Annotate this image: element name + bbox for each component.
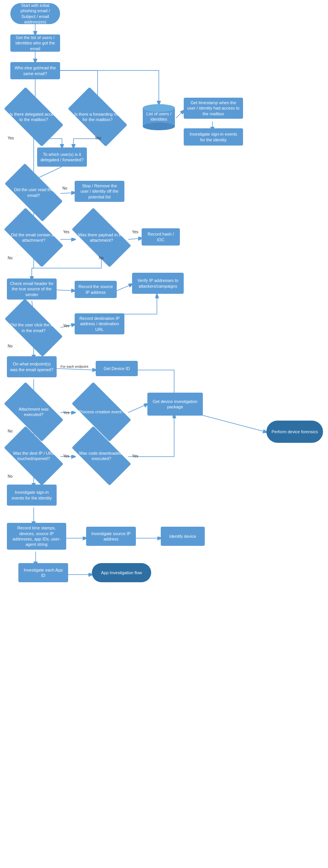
yes-label-code: Yes: [132, 454, 138, 458]
endpoint-opened-node: On what endpoint(s) was the email opened…: [7, 356, 57, 377]
check-email-header-node: Check email header for the true source o…: [7, 278, 57, 300]
svg-line-19: [128, 404, 147, 413]
forwarding-rule-diamond: Is there a forwarding rule for the mailb…: [71, 102, 124, 132]
who-else-node: Who else got/read the same email?: [10, 62, 60, 79]
no-label-executed: No: [8, 429, 13, 433]
investigate-source-ip-node: Investigate source IP address: [86, 527, 136, 546]
delegated-access-diamond: Is there delegated access to the mailbox…: [7, 102, 60, 132]
svg-line-12: [117, 284, 132, 291]
record-source-ip-node: Record the source IP address: [75, 281, 117, 298]
get-timestamp-node: Get timestamp when the user / identity h…: [184, 98, 243, 119]
svg-point-32: [143, 104, 175, 112]
no-label-attachment: No: [8, 256, 13, 260]
svg-line-11: [57, 290, 75, 291]
identify-device-node: Identify device: [161, 527, 205, 546]
yes-label-delegated: Yes: [8, 136, 14, 140]
process-creation-diamond: Process creation event?: [75, 396, 128, 427]
yes-label-click: Yes: [63, 324, 69, 328]
for-each-endpoint-label: For each endpoint: [60, 365, 88, 368]
no-label-dest-ip: No: [8, 474, 13, 478]
attachment-diamond: Did the email contain an attachment?: [7, 222, 60, 253]
user-read-diamond: Did the user read the email?: [7, 178, 60, 207]
dest-ip-touched-diamond: Was the dest IP / URL touched/opened?: [7, 441, 60, 471]
attachment-executed-diamond: Attachment was executed?: [7, 396, 60, 427]
verify-ip-node: Verify IP addresses to attackers/campaig…: [132, 273, 184, 294]
get-device-package-node: Get device investigation package: [147, 393, 203, 416]
yes-label-executed: Yes: [63, 411, 69, 415]
investigate-app-id-node: Investigate each App ID: [18, 563, 68, 582]
svg-line-16: [57, 368, 96, 370]
no-label-read: No: [62, 186, 67, 190]
payload-diamond: Was there payload in the attachment?: [75, 222, 128, 253]
record-timestamps-node: Record time stamps, devices, source IP a…: [7, 523, 66, 550]
code-downloaded-diamond: Was code downloaded / executed?: [75, 441, 128, 471]
svg-line-10: [128, 238, 142, 239]
get-device-id-node: Get Device ID: [96, 361, 138, 376]
to-which-users-node: To which user(s) is it delegated / forwa…: [37, 147, 87, 167]
no-label-click: No: [8, 344, 13, 348]
investigate-signin-node-2: Investigate sign-in events for the ident…: [7, 485, 57, 506]
yes-label-payload: Yes: [132, 230, 138, 234]
stop-remove-node: Stop / Remove the user / identity off th…: [75, 181, 124, 202]
svg-point-31: [143, 123, 175, 130]
flowchart-diagram: Start with initial phishing email / Subj…: [0, 0, 328, 868]
svg-line-7: [60, 193, 75, 193]
investigate-signin-node-1: Investigate sign-in events for the ident…: [184, 128, 243, 146]
users-identities-cylinder: List of users / identities: [142, 103, 176, 131]
get-user-list-node: Get the list of users / identities who g…: [10, 34, 60, 52]
yes-label-dest-ip: Yes: [63, 454, 69, 458]
svg-line-20: [201, 415, 266, 432]
svg-line-3: [176, 111, 184, 118]
perform-forensics-node: Perform device forensics: [266, 421, 323, 443]
app-investigation-flow-node: App Investigation flow: [92, 563, 151, 582]
record-dest-ip-node: Record destination IP address / destinat…: [75, 313, 124, 334]
no-label-payload: No: [99, 256, 104, 260]
yes-label-attachment: Yes: [63, 230, 69, 234]
click-link-diamond: Did the user click the link in the email…: [7, 313, 60, 342]
record-hash-node: Record hash / IOC: [142, 228, 180, 246]
yes-label-forwarding: Yes: [95, 136, 101, 140]
start-node: Start with initial phishing email / Subj…: [10, 3, 60, 24]
